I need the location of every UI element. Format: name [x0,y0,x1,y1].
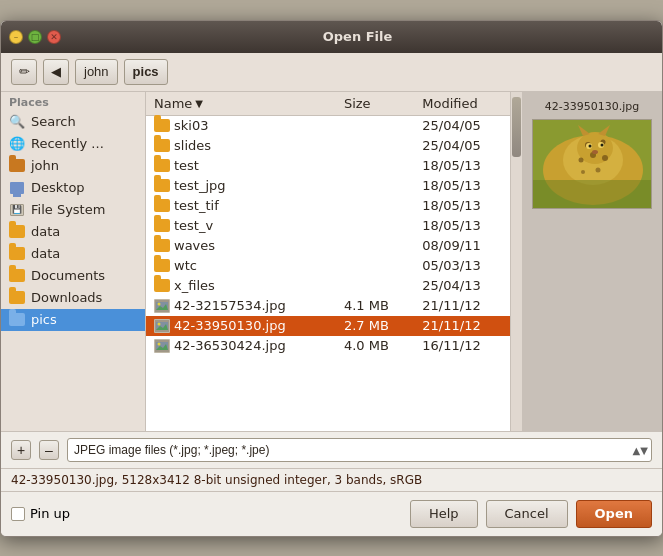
search-icon: 🔍 [9,114,25,130]
folder-icon [154,258,170,274]
place-item-downloads[interactable]: Downloads [1,287,145,309]
sort-arrow-icon: ▼ [195,98,203,109]
place-item-john[interactable]: john [1,155,145,177]
folder-icon [154,158,170,174]
place-data1-label: data [31,224,60,239]
file-modified-cell: 21/11/12 [414,316,510,336]
table-row[interactable]: slides25/04/05 [146,136,510,156]
places-header: Places [1,92,145,111]
place-item-data2[interactable]: data [1,243,145,265]
image-icon [154,338,170,354]
window-controls: – □ ✕ [9,30,61,44]
status-text: 42-33950130.jpg, 5128x3412 8-bit unsigne… [11,473,422,487]
remove-place-button[interactable]: – [39,440,59,460]
pencil-icon: ✏ [19,64,30,79]
svg-point-27 [581,170,585,174]
folder-icon-pics [9,312,25,328]
file-name-cell: test_v [146,216,336,236]
table-row[interactable]: test_tif18/05/13 [146,196,510,216]
path-pics-button[interactable]: pics [124,59,168,85]
place-item-documents[interactable]: Documents [1,265,145,287]
table-row[interactable]: 42-33950130.jpg2.7 MB21/11/12 [146,316,510,336]
open-file-dialog: – □ ✕ Open File ✏ ◀ john pics Places 🔍 S… [0,20,663,537]
column-modified-header[interactable]: Modified [414,92,510,116]
footer-buttons: Help Cancel Open [410,500,652,528]
minimize-button[interactable]: – [9,30,23,44]
places-panel: Places 🔍 Search 🌐 Recently ... john Desk… [1,92,146,431]
files-panel[interactable]: Name ▼ Size Modified ski0325/04/05slide [146,92,510,431]
scrollbar-thumb[interactable] [512,97,521,157]
file-size-cell [336,276,414,296]
folder-icon [154,118,170,134]
desktop-icon [9,180,25,196]
place-item-pics[interactable]: pics [1,309,145,331]
close-button[interactable]: ✕ [47,30,61,44]
file-name-cell: test_tif [146,196,336,216]
vertical-scrollbar[interactable] [510,92,522,431]
pinup-checkbox[interactable] [11,507,25,521]
place-item-data1[interactable]: data [1,221,145,243]
folder-icon-documents [9,268,25,284]
svg-point-30 [589,144,592,147]
table-row[interactable]: test_v18/05/13 [146,216,510,236]
place-documents-label: Documents [31,268,105,283]
table-row[interactable]: 42-36530424.jpg4.0 MB16/11/12 [146,336,510,356]
file-size-cell [336,136,414,156]
folder-icon-downloads [9,290,25,306]
file-modified-cell: 25/04/13 [414,276,510,296]
file-size-cell: 4.0 MB [336,336,414,356]
pinup-label: Pin up [30,506,70,521]
file-name-cell: ski03 [146,115,336,136]
place-data2-label: data [31,246,60,261]
file-name-cell: 42-33950130.jpg [146,316,336,336]
filter-wrapper: JPEG image files (*.jpg; *.jpeg; *.jpe)A… [67,438,652,462]
table-row[interactable]: test18/05/13 [146,156,510,176]
folder-icon [154,198,170,214]
add-place-button[interactable]: + [11,440,31,460]
place-recently-label: Recently ... [31,136,104,151]
file-type-filter[interactable]: JPEG image files (*.jpg; *.jpeg; *.jpe)A… [67,438,652,462]
place-pics-label: pics [31,312,57,327]
place-downloads-label: Downloads [31,290,102,305]
svg-point-25 [602,155,608,161]
filesystem-icon: 💾 [9,202,25,218]
file-size-cell [336,196,414,216]
edit-button[interactable]: ✏ [11,59,37,85]
back-icon: ◀ [51,64,61,79]
svg-point-26 [596,167,601,172]
column-name-header[interactable]: Name ▼ [146,92,336,116]
table-row[interactable]: waves08/09/11 [146,236,510,256]
folder-icon-data1 [9,224,25,240]
cancel-button[interactable]: Cancel [486,500,568,528]
help-button[interactable]: Help [410,500,478,528]
file-modified-cell: 18/05/13 [414,196,510,216]
place-item-search[interactable]: 🔍 Search [1,111,145,133]
place-item-recently[interactable]: 🌐 Recently ... [1,133,145,155]
svg-point-8 [158,322,161,325]
file-size-cell [336,216,414,236]
place-filesystem-label: File System [31,202,105,217]
open-button[interactable]: Open [576,500,652,528]
table-row[interactable]: ski0325/04/05 [146,115,510,136]
column-size-header[interactable]: Size [336,92,414,116]
file-name-cell: test [146,156,336,176]
table-row[interactable]: test_jpg18/05/13 [146,176,510,196]
file-modified-cell: 25/04/05 [414,115,510,136]
place-item-desktop[interactable]: Desktop [1,177,145,199]
path-john-button[interactable]: john [75,59,118,85]
file-name-cell: slides [146,136,336,156]
table-row[interactable]: 42-32157534.jpg4.1 MB21/11/12 [146,296,510,316]
place-item-filesystem[interactable]: 💾 File System [1,199,145,221]
maximize-button[interactable]: □ [28,30,42,44]
file-name-cell: 42-36530424.jpg [146,336,336,356]
table-row[interactable]: wtc05/03/13 [146,256,510,276]
file-size-cell [336,256,414,276]
files-table: Name ▼ Size Modified ski0325/04/05slide [146,92,510,356]
file-name-cell: x_files [146,276,336,296]
table-row[interactable]: x_files25/04/13 [146,276,510,296]
image-icon [154,298,170,314]
preview-filename: 42-33950130.jpg [545,100,639,113]
file-size-cell [336,156,414,176]
folder-brown-icon [9,158,25,174]
back-button[interactable]: ◀ [43,59,69,85]
